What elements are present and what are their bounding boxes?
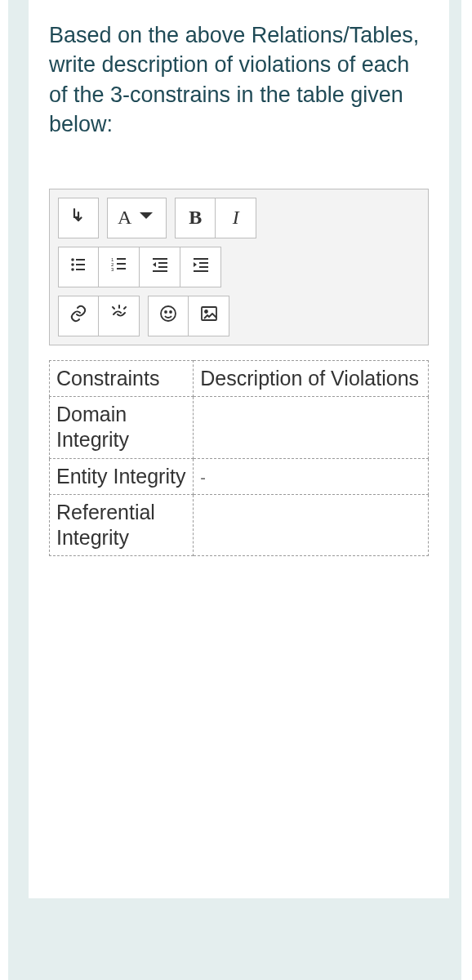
header-constraints: Constraints <box>50 360 194 396</box>
svg-rect-11 <box>117 268 126 270</box>
svg-rect-12 <box>153 258 167 260</box>
font-size-dropdown[interactable]: A <box>107 198 167 238</box>
constraint-name: Domain Integrity <box>50 397 194 459</box>
constraint-desc[interactable] <box>194 397 429 459</box>
numbered-list-button[interactable]: 123 <box>99 247 140 287</box>
svg-rect-3 <box>76 264 85 265</box>
arrow-down-icon <box>69 206 88 230</box>
svg-rect-18 <box>199 266 208 268</box>
outdent-icon <box>150 255 170 279</box>
svg-rect-14 <box>158 266 167 268</box>
constraint-name: Referential Integrity <box>50 494 194 556</box>
svg-point-22 <box>170 311 171 313</box>
bold-letter-label: B <box>189 207 202 229</box>
svg-rect-16 <box>194 258 208 260</box>
instruction-text: Based on the above Relations/Tables, wri… <box>49 20 429 140</box>
svg-text:3: 3 <box>111 267 114 272</box>
table-header-row: Constraints Description of Violations <box>50 360 429 396</box>
svg-point-0 <box>71 258 74 261</box>
svg-point-24 <box>205 310 207 313</box>
image-button[interactable] <box>189 296 229 336</box>
numbered-list-icon: 123 <box>109 255 129 279</box>
svg-point-21 <box>165 311 167 313</box>
svg-rect-1 <box>76 259 85 261</box>
link-button[interactable] <box>58 296 99 336</box>
constraint-desc[interactable]: - <box>194 458 429 494</box>
italic-button[interactable]: I <box>216 198 256 238</box>
smile-icon <box>158 304 178 328</box>
paragraph-insert-button[interactable] <box>58 198 99 238</box>
svg-rect-15 <box>153 270 167 272</box>
svg-point-20 <box>161 306 176 321</box>
indent-icon <box>191 255 211 279</box>
caret-down-icon <box>136 206 156 230</box>
bullet-list-icon <box>69 255 88 279</box>
constraints-table: Constraints Description of Violations Do… <box>49 360 429 557</box>
svg-point-2 <box>71 263 74 266</box>
emoji-button[interactable] <box>148 296 189 336</box>
bullet-list-button[interactable] <box>58 247 99 287</box>
indent-button[interactable] <box>180 247 221 287</box>
image-icon <box>199 304 219 328</box>
constraint-desc[interactable] <box>194 494 429 556</box>
svg-rect-7 <box>117 258 126 260</box>
svg-point-4 <box>71 268 74 271</box>
rich-text-toolbar: A B I <box>49 189 429 345</box>
bold-button[interactable]: B <box>175 198 216 238</box>
link-icon <box>69 304 88 328</box>
italic-letter-label: I <box>233 207 239 229</box>
svg-rect-17 <box>199 262 208 264</box>
unlink-icon <box>109 304 129 328</box>
unlink-button[interactable] <box>99 296 140 336</box>
table-row: Entity Integrity - <box>50 458 429 494</box>
svg-rect-9 <box>117 263 126 265</box>
svg-rect-5 <box>76 269 85 270</box>
svg-rect-13 <box>158 262 167 264</box>
table-row: Domain Integrity <box>50 397 429 459</box>
svg-rect-19 <box>194 270 208 272</box>
font-letter-label: A <box>118 207 131 229</box>
table-row: Referential Integrity <box>50 494 429 556</box>
header-description: Description of Violations <box>194 360 429 396</box>
outdent-button[interactable] <box>140 247 180 287</box>
constraint-name: Entity Integrity <box>50 458 194 494</box>
